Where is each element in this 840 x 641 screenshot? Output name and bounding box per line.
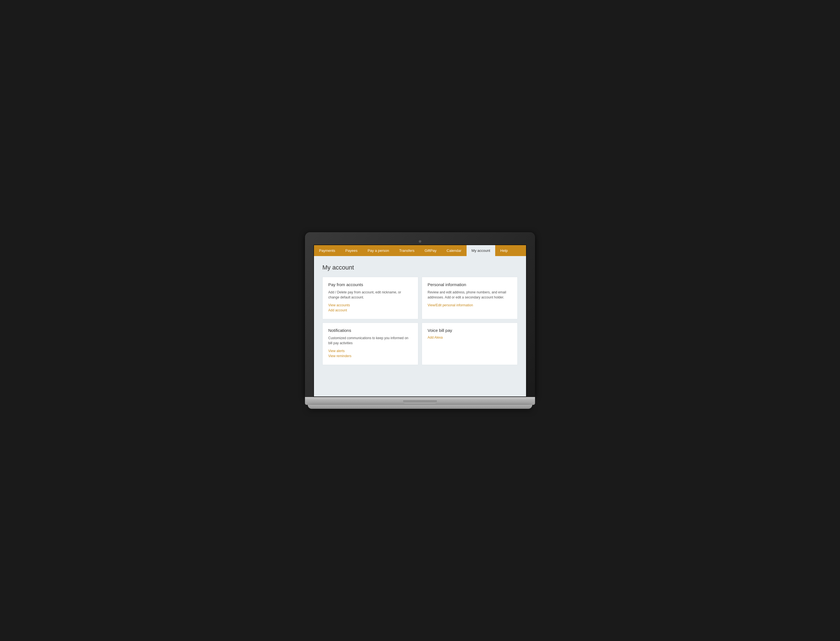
nav-item-transfers[interactable]: Transfers (394, 245, 419, 256)
nav-item-payees[interactable]: Payees (340, 245, 363, 256)
link-view-accounts[interactable]: View accounts (328, 303, 413, 307)
hinge-notch (403, 400, 437, 404)
camera (419, 240, 421, 243)
card-notifications: NotificationsCustomized communications t… (322, 323, 418, 365)
nav-item-help[interactable]: Help (495, 245, 513, 256)
card-desc-personal-information: Review and edit address, phone numbers, … (427, 290, 512, 300)
card-voice-bill-pay: Voice bill payAdd Alexa (422, 323, 518, 365)
nav-item-giftpay[interactable]: GiftPay (419, 245, 442, 256)
laptop-bottom (305, 397, 535, 405)
laptop-wrapper: PaymentsPayeesPay a personTransfersGiftP… (305, 232, 535, 409)
link-add-account[interactable]: Add account (328, 308, 413, 312)
page-title: My account (322, 264, 518, 271)
card-pay-from-accounts: Pay from accountsAdd / Delete pay from a… (322, 277, 418, 319)
laptop-screen: PaymentsPayeesPay a personTransfersGiftP… (313, 245, 527, 397)
card-desc-notifications: Customized communications to keep you in… (328, 335, 413, 346)
card-title-pay-from-accounts: Pay from accounts (328, 282, 413, 287)
nav-item-pay-a-person[interactable]: Pay a person (363, 245, 394, 256)
nav-item-calendar[interactable]: Calendar (442, 245, 467, 256)
nav-bar: PaymentsPayeesPay a personTransfersGiftP… (314, 245, 526, 256)
page-content: My account Pay from accountsAdd / Delete… (314, 256, 526, 396)
link-view-alerts[interactable]: View alerts (328, 349, 413, 353)
card-title-notifications: Notifications (328, 328, 413, 333)
card-desc-pay-from-accounts: Add / Delete pay from account, edit nick… (328, 290, 413, 300)
link-view-edit-personal[interactable]: View/Edit personal information (427, 303, 512, 307)
card-title-voice-bill-pay: Voice bill pay (427, 328, 512, 333)
link-add-alexa[interactable]: Add Alexa (427, 335, 512, 340)
link-view-reminders[interactable]: View reminders (328, 354, 413, 358)
card-personal-information: Personal informationReview and edit addr… (422, 277, 518, 319)
laptop-base (308, 405, 532, 409)
cards-grid: Pay from accountsAdd / Delete pay from a… (322, 277, 518, 365)
nav-item-my-account[interactable]: My account (467, 245, 495, 256)
nav-item-payments[interactable]: Payments (314, 245, 340, 256)
camera-bar (313, 238, 527, 245)
card-title-personal-information: Personal information (427, 282, 512, 287)
laptop-bezel: PaymentsPayeesPay a personTransfersGiftP… (305, 232, 535, 397)
